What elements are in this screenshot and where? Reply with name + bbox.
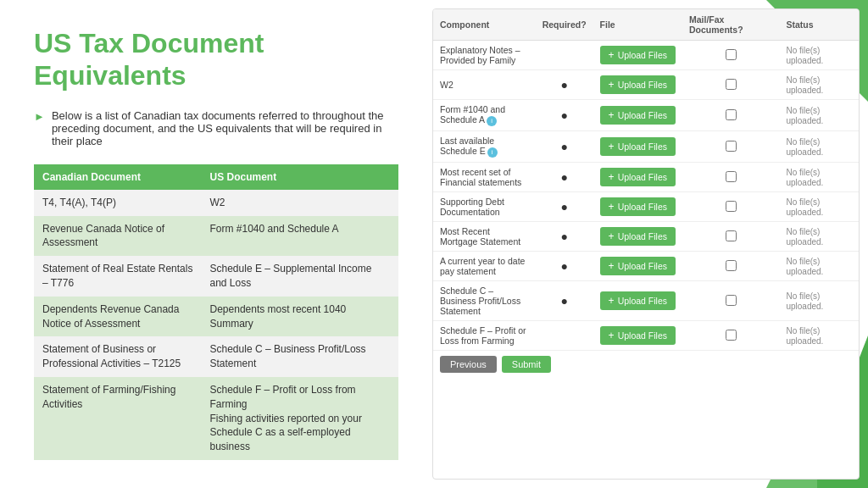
required-dot: ● bbox=[560, 140, 567, 153]
required-dot: ● bbox=[560, 200, 567, 214]
required-dot: ● bbox=[560, 78, 567, 92]
table-header-canadian: Canadian Document bbox=[34, 164, 202, 190]
col-mailfax: Mail/Fax Documents? bbox=[682, 9, 779, 41]
upload-button[interactable]: + Upload Files bbox=[600, 168, 676, 186]
status-text: No file(s) uploaded. bbox=[786, 106, 823, 125]
mail-fax-checkbox[interactable] bbox=[726, 230, 737, 241]
required-dot: ● bbox=[560, 259, 567, 273]
col-file: File bbox=[593, 9, 682, 41]
mail-fax-checkbox[interactable] bbox=[726, 109, 737, 120]
upload-button[interactable]: + Upload Files bbox=[600, 257, 676, 275]
upload-form-card: Component Required? File Mail/Fax Docume… bbox=[432, 8, 860, 480]
document-equivalents-table: Canadian Document US Document T4, T4(A),… bbox=[34, 164, 398, 460]
required-dot: ● bbox=[560, 170, 567, 184]
table-row: T4, T4(A), T4(P)W2 bbox=[34, 190, 398, 216]
col-status: Status bbox=[779, 9, 859, 41]
col-required: Required? bbox=[536, 9, 593, 41]
status-text: No file(s) uploaded. bbox=[786, 257, 823, 276]
table-row: Revenue Canada Notice of AssessmentForm … bbox=[34, 216, 398, 257]
intro-bullet: ► Below is a list of Canadian tax docume… bbox=[34, 109, 398, 147]
submit-button[interactable]: Submit bbox=[502, 356, 551, 373]
info-icon: i bbox=[487, 147, 498, 158]
right-panel: Component Required? File Mail/Fax Docume… bbox=[424, 0, 868, 488]
upload-button[interactable]: + Upload Files bbox=[600, 106, 676, 125]
left-panel: US Tax Document Equivalents ► Below is a… bbox=[0, 0, 424, 488]
upload-form-table: Component Required? File Mail/Fax Docume… bbox=[433, 9, 859, 351]
upload-button[interactable]: + Upload Files bbox=[600, 326, 676, 345]
form-table-row: Supporting Debt Documentation●+ Upload F… bbox=[433, 192, 859, 222]
mail-fax-checkbox[interactable] bbox=[726, 49, 737, 60]
required-dot: ● bbox=[560, 294, 567, 308]
required-dot: ● bbox=[560, 230, 567, 243]
status-text: No file(s) uploaded. bbox=[786, 137, 823, 157]
status-text: No file(s) uploaded. bbox=[786, 326, 823, 346]
form-table-row: A current year to date pay statement●+ U… bbox=[433, 252, 859, 281]
required-dot: ● bbox=[560, 108, 567, 122]
upload-button[interactable]: + Upload Files bbox=[600, 291, 676, 310]
upload-button[interactable]: + Upload Files bbox=[600, 227, 676, 246]
status-text: No file(s) uploaded. bbox=[786, 291, 823, 311]
table-row: Statement of Business or Professional Ac… bbox=[34, 336, 398, 377]
info-icon: i bbox=[487, 116, 497, 126]
previous-button[interactable]: Previous bbox=[440, 356, 497, 373]
col-component: Component bbox=[433, 9, 536, 41]
mail-fax-checkbox[interactable] bbox=[726, 171, 737, 182]
form-table-row: Schedule F – Profit or Loss from Farming… bbox=[433, 321, 859, 351]
status-text: No file(s) uploaded. bbox=[786, 46, 823, 65]
status-text: No file(s) uploaded. bbox=[786, 197, 823, 217]
upload-button[interactable]: + Upload Files bbox=[600, 46, 676, 64]
status-text: No file(s) uploaded. bbox=[786, 168, 823, 187]
mail-fax-checkbox[interactable] bbox=[726, 141, 737, 152]
table-row: Statement of Farming/Fishing ActivitiesS… bbox=[34, 377, 398, 460]
form-table-row: Form #1040 and Schedule Ai●+ Upload File… bbox=[433, 100, 859, 131]
page-title: US Tax Document Equivalents bbox=[34, 27, 398, 92]
mail-fax-checkbox[interactable] bbox=[726, 201, 737, 212]
form-table-row: Last available Schedule Ei●+ Upload File… bbox=[433, 131, 859, 163]
main-container: US Tax Document Equivalents ► Below is a… bbox=[0, 0, 868, 488]
form-table-row: Schedule C – Business Profit/Loss Statem… bbox=[433, 281, 859, 321]
form-table-row: Most Recent Mortgage Statement●+ Upload … bbox=[433, 222, 859, 252]
form-table-row: W2●+ Upload FilesNo file(s) uploaded. bbox=[433, 70, 859, 100]
status-text: No file(s) uploaded. bbox=[786, 75, 823, 95]
table-header-us: US Document bbox=[202, 164, 398, 190]
bullet-arrow-icon: ► bbox=[34, 110, 45, 123]
status-text: No file(s) uploaded. bbox=[786, 227, 823, 247]
form-table-row: Most recent set of Financial statements●… bbox=[433, 163, 859, 192]
form-table-row: Explanatory Notes – Provided by Family+ … bbox=[433, 41, 859, 70]
mail-fax-checkbox[interactable] bbox=[726, 330, 737, 341]
upload-button[interactable]: + Upload Files bbox=[600, 137, 676, 156]
table-row: Statement of Real Estate Rentals – T776S… bbox=[34, 256, 398, 297]
mail-fax-checkbox[interactable] bbox=[726, 79, 737, 90]
form-footer: Previous Submit bbox=[433, 351, 859, 378]
upload-button[interactable]: + Upload Files bbox=[600, 197, 676, 216]
mail-fax-checkbox[interactable] bbox=[726, 260, 737, 271]
mail-fax-checkbox[interactable] bbox=[726, 295, 737, 306]
upload-button[interactable]: + Upload Files bbox=[600, 75, 676, 94]
table-row: Dependents Revenue Canada Notice of Asse… bbox=[34, 297, 398, 337]
